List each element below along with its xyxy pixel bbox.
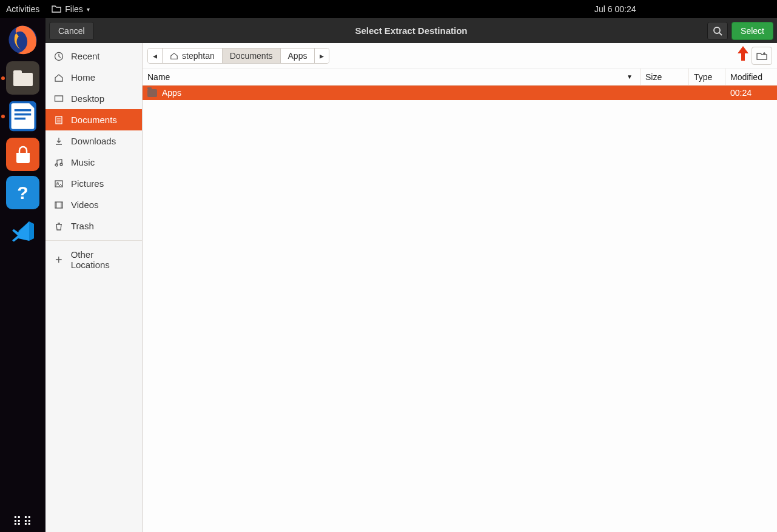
clock-icon: [54, 52, 64, 61]
software-icon: [13, 144, 33, 165]
sidebar-item-videos[interactable]: Videos: [45, 194, 142, 215]
svg-rect-1: [13, 73, 33, 86]
sidebar-item-label: Trash: [71, 221, 94, 231]
trash-icon: [54, 221, 64, 231]
svg-rect-2: [13, 70, 22, 74]
new-folder-button[interactable]: [752, 47, 772, 65]
writer-icon: [6, 99, 39, 133]
svg-point-15: [55, 164, 58, 166]
clock[interactable]: Jul 6 00:24: [594, 4, 636, 14]
path-bar: ◂ stephtan Documents Apps ▸: [147, 48, 329, 64]
sidebar-item-label: Desktop: [71, 93, 104, 104]
path-bar-row: ◂ stephtan Documents Apps ▸: [143, 43, 777, 69]
svg-point-7: [714, 27, 720, 33]
vscode-launcher[interactable]: [6, 214, 39, 247]
breadcrumb-documents[interactable]: Documents: [223, 49, 281, 63]
sidebar-item-desktop[interactable]: Desktop: [45, 88, 142, 109]
svg-rect-10: [55, 96, 63, 101]
dock: ? ⠿⠿: [0, 18, 45, 532]
folder-icon: [147, 89, 157, 97]
sidebar-item-home[interactable]: Home: [45, 67, 142, 88]
help-launcher[interactable]: ?: [6, 176, 39, 209]
svg-rect-5: [15, 113, 32, 115]
file-row[interactable]: Apps 00:24: [143, 86, 777, 100]
breadcrumb-label: Apps: [288, 51, 308, 61]
sort-indicator-icon: ▼: [627, 73, 633, 80]
path-back-button[interactable]: ◂: [148, 49, 163, 63]
sidebar-item-label: Other Locations: [71, 249, 133, 270]
home-icon: [54, 73, 64, 82]
search-icon: [713, 26, 722, 36]
annotation-arrow: [736, 45, 750, 64]
sidebar-item-trash[interactable]: Trash: [45, 215, 142, 237]
sidebar-item-documents[interactable]: Documents: [45, 109, 142, 130]
show-apps-button[interactable]: ⠿⠿: [0, 514, 45, 529]
top-panel: Activities Files ▾ Jul 6 00:24: [0, 0, 777, 18]
svg-rect-6: [15, 118, 25, 120]
sidebar-item-label: Downloads: [71, 136, 116, 146]
header-bar: Cancel Select Extract Destination Select: [45, 18, 777, 43]
sidebar-item-label: Pictures: [71, 178, 104, 189]
sidebar-item-label: Recent: [71, 51, 100, 61]
chevron-down-icon: ▾: [87, 6, 90, 13]
libreoffice-writer-launcher[interactable]: [6, 99, 39, 133]
svg-point-16: [60, 163, 62, 166]
file-chooser-window: Cancel Select Extract Destination Select…: [45, 18, 777, 532]
chevron-left-icon: ◂: [153, 51, 157, 61]
desktop-icon: [54, 94, 64, 104]
column-header-modified[interactable]: Modified: [725, 69, 777, 85]
firefox-icon: [6, 23, 39, 56]
column-header-type[interactable]: Type: [689, 69, 725, 85]
sidebar-item-other-locations[interactable]: Other Locations: [45, 240, 142, 275]
sidebar-item-label: Videos: [71, 200, 99, 210]
chevron-right-icon: ▸: [320, 51, 324, 61]
sidebar-item-pictures[interactable]: Pictures: [45, 173, 142, 194]
files-launcher[interactable]: [6, 61, 39, 95]
path-forward-button[interactable]: ▸: [315, 49, 329, 63]
dialog-title: Select Extract Destination: [355, 25, 467, 36]
documents-icon: [54, 115, 64, 125]
firefox-launcher[interactable]: [6, 23, 39, 56]
search-button[interactable]: [707, 22, 728, 40]
help-icon: ?: [17, 183, 28, 203]
grid-icon: ⠿⠿: [13, 515, 33, 528]
select-button[interactable]: Select: [732, 22, 773, 40]
sidebar-item-downloads[interactable]: Downloads: [45, 130, 142, 152]
music-icon: [54, 158, 64, 167]
breadcrumb-home[interactable]: stephtan: [163, 49, 223, 63]
file-name: Apps: [162, 88, 181, 98]
column-header-size[interactable]: Size: [641, 69, 689, 85]
vscode-icon: [11, 219, 35, 243]
sidebar-item-label: Documents: [71, 115, 117, 125]
svg-rect-3: [10, 103, 35, 130]
sidebar-item-label: Home: [71, 72, 95, 82]
folder-icon: [52, 4, 61, 14]
places-sidebar: Recent Home Desktop Documents Downloads …: [45, 43, 143, 532]
activities-menu[interactable]: Activities: [6, 4, 39, 14]
breadcrumb-label: stephtan: [182, 51, 215, 61]
files-icon: [12, 69, 34, 87]
app-menu[interactable]: Files ▾: [52, 4, 90, 14]
column-header-name[interactable]: Name ▼: [143, 69, 641, 85]
svg-rect-4: [15, 109, 32, 111]
app-menu-label: Files: [65, 4, 83, 14]
file-modified: 00:24: [725, 88, 777, 98]
sidebar-item-recent[interactable]: Recent: [45, 45, 142, 67]
svg-line-8: [719, 33, 722, 35]
breadcrumb-apps[interactable]: Apps: [281, 49, 315, 63]
pictures-icon: [54, 179, 64, 189]
sidebar-item-label: Music: [71, 157, 95, 167]
downloads-icon: [54, 136, 64, 146]
svg-rect-17: [55, 181, 62, 187]
main-area: ◂ stephtan Documents Apps ▸: [143, 43, 777, 532]
ubuntu-software-launcher[interactable]: [6, 138, 39, 171]
column-headers: Name ▼ Size Type Modified: [143, 69, 777, 86]
home-icon: [170, 52, 178, 60]
new-folder-icon: [756, 51, 767, 61]
plus-icon: [54, 255, 64, 264]
breadcrumb-label: Documents: [230, 51, 273, 61]
sidebar-item-music[interactable]: Music: [45, 152, 142, 173]
cancel-button[interactable]: Cancel: [49, 22, 94, 40]
videos-icon: [54, 200, 64, 210]
